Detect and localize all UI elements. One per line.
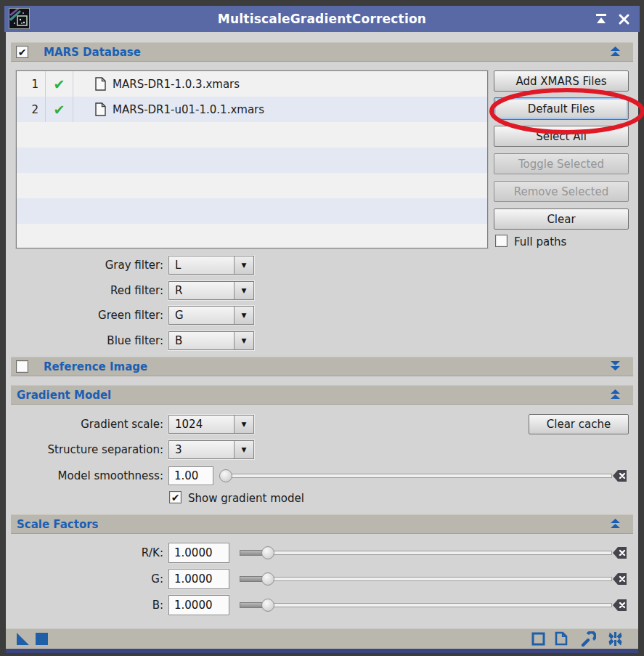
apply-icon[interactable] bbox=[36, 633, 48, 645]
reset-value-icon[interactable] bbox=[612, 546, 628, 560]
process-icon bbox=[9, 8, 30, 29]
rk-factor-slider[interactable] bbox=[240, 551, 612, 555]
g-factor-slider-thumb[interactable] bbox=[261, 572, 274, 586]
b-factor-label: B: bbox=[6, 599, 163, 612]
preferences-wrench-icon[interactable] bbox=[581, 631, 596, 647]
section-bar-scale-factors[interactable]: Scale Factors bbox=[11, 514, 633, 534]
full-paths-label: Full paths bbox=[514, 235, 566, 248]
b-factor-input[interactable]: 1.0000 bbox=[168, 595, 229, 615]
collapse-section-icon[interactable] bbox=[609, 389, 621, 400]
reset-value-icon[interactable] bbox=[612, 572, 628, 586]
file-icon bbox=[95, 77, 106, 91]
g-factor-slider[interactable] bbox=[240, 577, 612, 581]
model-smoothness-input[interactable]: 1.00 bbox=[168, 466, 213, 485]
red-filter-value: R bbox=[169, 282, 234, 299]
file-row[interactable]: 2 ✔ MARS-DR1-u01-1.0.1.xmars bbox=[17, 97, 487, 122]
blue-filter-combo[interactable]: B ▼ bbox=[168, 331, 254, 350]
realtime-preview-icon[interactable] bbox=[531, 632, 545, 646]
model-smoothness-slider[interactable] bbox=[220, 474, 612, 478]
add-xmars-files-button[interactable]: Add XMARS Files bbox=[494, 70, 629, 92]
section-title-mars-database: MARS Database bbox=[44, 46, 141, 59]
chevron-down-icon[interactable]: ▼ bbox=[234, 441, 253, 458]
clear-cache-button[interactable]: Clear cache bbox=[529, 414, 629, 434]
blue-filter-label: Blue filter: bbox=[6, 334, 163, 347]
empty-list-row bbox=[17, 122, 487, 147]
xmars-file-list[interactable]: 1 ✔ MARS-DR1-1.0.3.xmars 2 ✔ bbox=[16, 70, 488, 248]
remove-selected-button: Remove Selected bbox=[494, 181, 629, 202]
rk-factor-label: R/K: bbox=[6, 546, 163, 559]
default-files-button[interactable]: Default Files bbox=[494, 97, 629, 120]
b-factor-slider-thumb[interactable] bbox=[261, 599, 274, 612]
section-bar-gradient-model[interactable]: Gradient Model bbox=[11, 385, 633, 405]
file-row[interactable]: 1 ✔ MARS-DR1-1.0.3.xmars bbox=[17, 71, 487, 97]
section-title-reference-image: Reference Image bbox=[44, 360, 147, 373]
toggle-selected-button: Toggle Selected bbox=[494, 153, 629, 174]
gradient-scale-value: 1024 bbox=[169, 416, 234, 433]
rk-factor-slider-thumb[interactable] bbox=[261, 546, 274, 559]
empty-list-row bbox=[17, 147, 487, 173]
gray-filter-value: L bbox=[169, 256, 234, 274]
show-gradient-model-checkbox[interactable]: ✔ bbox=[169, 491, 182, 503]
red-filter-label: Red filter: bbox=[6, 284, 163, 297]
structure-separation-value: 3 bbox=[169, 441, 234, 458]
close-icon[interactable] bbox=[618, 13, 630, 25]
show-gradient-model-label: Show gradient model bbox=[188, 492, 304, 505]
reset-value-icon[interactable] bbox=[612, 598, 628, 612]
window-bottom-border bbox=[6, 649, 638, 653]
section-title-gradient-model: Gradient Model bbox=[17, 389, 111, 402]
checkmark-glyph: ✔ bbox=[18, 47, 27, 57]
shade-icon[interactable] bbox=[595, 14, 607, 24]
empty-list-row bbox=[17, 173, 487, 198]
collapse-section-icon[interactable] bbox=[609, 46, 621, 57]
red-filter-combo[interactable]: R ▼ bbox=[168, 281, 254, 300]
gray-filter-combo[interactable]: L ▼ bbox=[168, 256, 254, 275]
model-smoothness-label: Model smoothness: bbox=[6, 469, 163, 482]
empty-list-row bbox=[17, 224, 487, 248]
chevron-down-icon[interactable]: ▼ bbox=[234, 256, 253, 274]
checkmark-glyph: ✔ bbox=[171, 493, 180, 503]
g-factor-label: G: bbox=[6, 572, 163, 586]
green-filter-label: Green filter: bbox=[6, 309, 163, 322]
rk-factor-input[interactable]: 1.0000 bbox=[168, 543, 229, 563]
title-bar[interactable]: MultiscaleGradientCorrection bbox=[4, 6, 640, 32]
new-instance-icon[interactable] bbox=[16, 632, 30, 646]
full-paths-checkbox[interactable] bbox=[495, 235, 508, 247]
process-dialog: MultiscaleGradientCorrection ✔ MARS Data… bbox=[0, 0, 644, 656]
section-title-scale-factors: Scale Factors bbox=[17, 518, 99, 531]
section-bar-mars-database[interactable]: ✔ MARS Database bbox=[11, 42, 633, 62]
reference-image-checkbox[interactable] bbox=[16, 360, 28, 373]
b-factor-slider[interactable] bbox=[240, 603, 612, 607]
file-icon bbox=[95, 102, 106, 116]
file-valid-check-icon: ✔ bbox=[54, 76, 65, 92]
gradient-scale-combo[interactable]: 1024 ▼ bbox=[168, 415, 254, 434]
gradient-scale-label: Gradient scale: bbox=[6, 418, 163, 431]
structure-separation-combo[interactable]: 3 ▼ bbox=[168, 440, 254, 459]
green-filter-value: G bbox=[169, 307, 234, 324]
structure-separation-label: Structure separation: bbox=[6, 443, 163, 456]
green-filter-combo[interactable]: G ▼ bbox=[168, 306, 254, 325]
model-smoothness-slider-thumb[interactable] bbox=[219, 469, 232, 482]
gray-filter-label: Gray filter: bbox=[6, 259, 163, 272]
file-row-index: 2 bbox=[17, 97, 46, 122]
mars-database-checkbox[interactable]: ✔ bbox=[16, 46, 28, 58]
chevron-down-icon[interactable]: ▼ bbox=[234, 416, 253, 433]
empty-list-row bbox=[17, 198, 487, 224]
chevron-down-icon[interactable]: ▼ bbox=[234, 282, 253, 299]
section-bar-reference-image[interactable]: Reference Image bbox=[11, 357, 633, 376]
expand-section-icon[interactable] bbox=[609, 361, 621, 372]
collapse-section-icon[interactable] bbox=[609, 519, 621, 530]
reset-icon[interactable] bbox=[608, 631, 623, 647]
file-name: MARS-DR1-1.0.3.xmars bbox=[113, 78, 240, 91]
clear-button[interactable]: Clear bbox=[494, 208, 629, 230]
file-valid-check-icon: ✔ bbox=[54, 102, 65, 118]
window-title: MultiscaleGradientCorrection bbox=[218, 12, 426, 26]
file-name: MARS-DR1-u01-1.0.1.xmars bbox=[113, 103, 264, 116]
blue-filter-value: B bbox=[169, 332, 234, 349]
chevron-down-icon[interactable]: ▼ bbox=[234, 332, 253, 349]
reset-value-icon[interactable] bbox=[612, 469, 628, 483]
browse-documentation-icon[interactable] bbox=[554, 631, 568, 646]
chevron-down-icon[interactable]: ▼ bbox=[234, 307, 253, 324]
g-factor-input[interactable]: 1.0000 bbox=[168, 569, 229, 589]
select-all-button[interactable]: Select All bbox=[494, 126, 629, 147]
file-row-index: 1 bbox=[17, 71, 46, 97]
